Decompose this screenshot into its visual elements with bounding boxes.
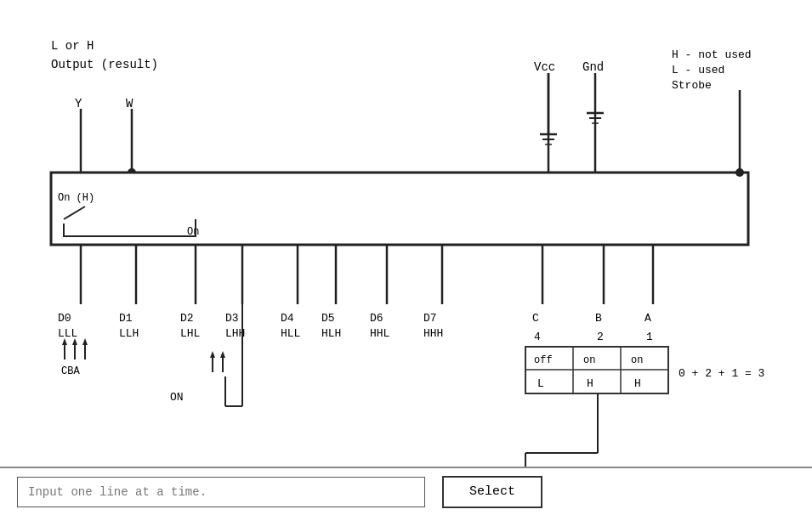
svg-text:W: W xyxy=(126,97,133,110)
svg-text:D3: D3 xyxy=(225,312,239,325)
svg-text:D0: D0 xyxy=(58,312,71,325)
svg-text:LHL: LHL xyxy=(180,327,200,340)
svg-text:HHL: HHL xyxy=(370,327,389,340)
svg-text:D2: D2 xyxy=(180,312,194,325)
svg-text:2: 2 xyxy=(597,331,604,343)
svg-text:C: C xyxy=(532,312,539,325)
svg-text:HLH: HLH xyxy=(321,327,341,340)
svg-marker-36 xyxy=(82,338,88,345)
svg-text:LLH: LLH xyxy=(119,327,139,340)
svg-text:on: on xyxy=(583,354,595,366)
svg-marker-54 xyxy=(220,351,225,358)
select-button[interactable]: Select xyxy=(442,476,542,508)
svg-text:L - used: L - used xyxy=(672,64,724,76)
svg-text:LLL: LLL xyxy=(58,327,77,340)
svg-text:HLL: HLL xyxy=(281,327,300,340)
svg-text:Vcc: Vcc xyxy=(534,60,555,74)
svg-text:D4: D4 xyxy=(281,312,294,325)
svg-text:On (H): On (H) xyxy=(58,192,94,204)
svg-point-27 xyxy=(735,168,744,177)
svg-text:1: 1 xyxy=(646,331,653,343)
svg-text:H - not used: H - not used xyxy=(672,48,752,61)
svg-text:L or H: L or H xyxy=(51,39,94,53)
svg-text:D5: D5 xyxy=(321,312,335,325)
svg-text:Gnd: Gnd xyxy=(582,60,604,74)
svg-text:ON: ON xyxy=(170,391,184,404)
svg-text:Output  (result): Output (result) xyxy=(51,58,158,71)
svg-text:HHH: HHH xyxy=(423,327,443,340)
svg-text:0 + 2 + 1 = 3: 0 + 2 + 1 = 3 xyxy=(679,367,764,380)
svg-marker-52 xyxy=(210,351,215,358)
svg-text:L: L xyxy=(537,377,544,390)
svg-text:H: H xyxy=(587,377,593,390)
svg-text:on: on xyxy=(631,354,643,366)
svg-text:B: B xyxy=(595,312,602,325)
bottom-bar: Select xyxy=(0,467,812,515)
svg-text:A: A xyxy=(644,312,651,325)
svg-text:H: H xyxy=(634,377,641,390)
svg-rect-7 xyxy=(51,173,748,245)
svg-text:Y: Y xyxy=(75,97,82,110)
svg-text:CBA: CBA xyxy=(61,365,80,377)
svg-text:D7: D7 xyxy=(423,312,437,325)
svg-text:Strobe: Strobe xyxy=(672,79,712,92)
svg-text:D1: D1 xyxy=(119,312,133,325)
main-input[interactable] xyxy=(17,477,425,507)
svg-text:off: off xyxy=(534,354,553,366)
svg-text:D6: D6 xyxy=(370,312,383,325)
svg-text:4: 4 xyxy=(534,331,541,343)
